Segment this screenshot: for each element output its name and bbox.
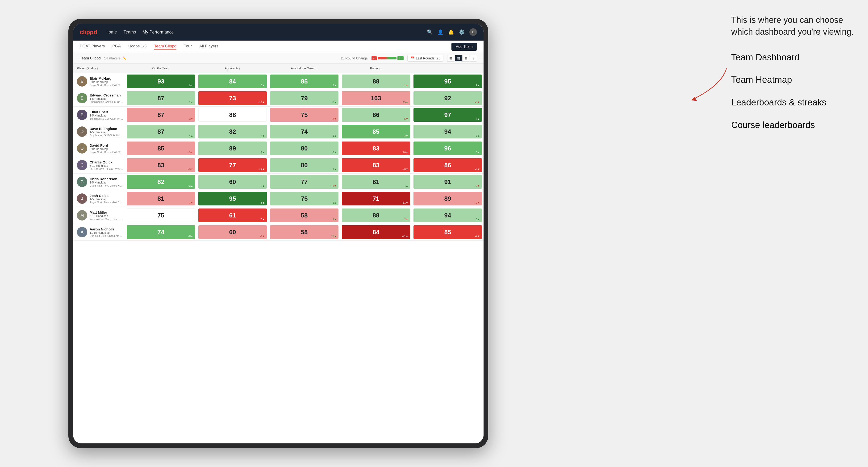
score-value: 89 — [229, 145, 236, 152]
table-row[interactable]: CChris Robertson1-5 HandicapCraigmillar … — [73, 174, 484, 190]
score-box: 61-3▼ — [198, 209, 267, 222]
view-more-btn[interactable]: ↕ — [470, 55, 477, 62]
score-cell: 75 — [125, 207, 197, 224]
avatar[interactable]: U — [469, 28, 477, 36]
nav-link-home[interactable]: Home — [106, 30, 117, 35]
nav-link-performance[interactable]: My Performance — [143, 30, 174, 35]
score-cell: 871▲ — [125, 90, 197, 106]
score-change: -1▼ — [260, 235, 265, 238]
score-cell: 71-11▼ — [340, 190, 412, 207]
view-list-btn[interactable]: ▦ — [455, 55, 462, 62]
score-change: -11▼ — [258, 101, 265, 103]
subnav-team-clippd[interactable]: Team Clippd — [154, 44, 177, 50]
player-handicap: Plus Handicap — [90, 81, 123, 84]
subnav-pgat[interactable]: PGAT Players — [80, 44, 105, 50]
table-header: Player Quality ↓ Off the Tee ↓ Approach … — [73, 64, 484, 73]
subnav-all-players[interactable]: All Players — [199, 44, 218, 50]
score-cell: 958▲ — [197, 190, 269, 207]
score-box: 943▲ — [413, 209, 482, 222]
round-change-bar — [378, 57, 397, 59]
table-row[interactable]: EElliot Ebert1-5 HandicapSunningdale Gol… — [73, 106, 484, 123]
subnav-hcaps[interactable]: Hcaps 1-5 — [128, 44, 147, 50]
last-rounds-button[interactable]: 📅 Last Rounds: 20 — [407, 55, 443, 62]
annotation-tooltip: This is where you can choose which dashb… — [731, 14, 854, 38]
score-cell: 846▲ — [197, 73, 269, 90]
option-team-dashboard[interactable]: Team Dashboard — [731, 52, 854, 63]
score-box: 73-11▼ — [198, 91, 267, 105]
score-change: -3▼ — [188, 118, 193, 120]
score-box: 799▲ — [270, 91, 338, 105]
score-cell: 89-2▼ — [412, 190, 484, 207]
score-cell: 5810▲ — [269, 224, 340, 240]
col-putting[interactable]: Putting ↓ — [340, 66, 412, 71]
player-avatar: C — [77, 160, 87, 170]
score-cell: 77-3▼ — [269, 174, 340, 190]
player-club: St. George's Hill GC - Weybridge - Surre… — [90, 167, 123, 170]
score-box: 83-6▼ — [342, 158, 410, 172]
col-approach[interactable]: Approach ↓ — [197, 66, 269, 71]
table-row[interactable]: MMatt Miller6-10 HandicapWoburn Golf Clu… — [73, 207, 484, 224]
score-box: 975▲ — [413, 108, 482, 122]
option-leaderboards[interactable]: Leaderboards & streaks — [731, 97, 854, 108]
score-cell: 92-3▼ — [412, 90, 484, 106]
score-change: 7▲ — [261, 151, 265, 154]
player-club: Craigmillar Park, United Kingdom — [90, 184, 123, 187]
table-row[interactable]: DDavid FordPlus HandicapRoyal North Devo… — [73, 140, 484, 157]
score-change: 9▲ — [189, 84, 193, 87]
score-value: 88 — [229, 111, 236, 119]
subnav-tour[interactable]: Tour — [184, 44, 192, 50]
search-icon[interactable]: 🔍 — [427, 29, 433, 35]
score-box: 88 — [198, 108, 267, 122]
view-heat-btn[interactable]: ⊟ — [462, 55, 469, 62]
table-row[interactable]: DDave Billingham1-5 HandicapGog Magog Go… — [73, 123, 484, 140]
add-team-button[interactable]: Add Team — [452, 43, 477, 51]
score-value: 75 — [158, 212, 164, 219]
score-value: 83 — [373, 145, 379, 152]
table-row[interactable]: AAaron Nicholls11-15 HandicapDrift Golf … — [73, 224, 484, 241]
col-around-green[interactable]: Around the Green ↓ — [269, 66, 340, 71]
score-change: -3▼ — [188, 201, 193, 204]
option-team-heatmap[interactable]: Team Heatmap — [731, 74, 854, 85]
score-change: -3▼ — [403, 134, 408, 137]
score-cell: 86-8▼ — [412, 157, 484, 173]
bell-icon[interactable]: 🔔 — [448, 29, 454, 35]
player-cell: JJosh Coles1-5 HandicapRoyal North Devon… — [73, 191, 125, 206]
score-cell: 975▲ — [412, 106, 484, 123]
player-name: Chris Robertson — [90, 177, 123, 181]
score-cell: 941▲ — [412, 123, 484, 140]
score-cell: 85-3▼ — [340, 123, 412, 140]
score-change: 3▲ — [333, 151, 337, 154]
score-change: 9▲ — [333, 101, 337, 103]
score-value: 73 — [229, 95, 236, 102]
nav-link-teams[interactable]: Teams — [124, 30, 136, 35]
score-value: 96 — [444, 145, 451, 152]
player-handicap: Plus Handicap — [90, 148, 123, 151]
table-row[interactable]: BBlair McHargPlus HandicapRoyal North De… — [73, 73, 484, 90]
score-change: -3▼ — [332, 118, 337, 120]
score-change: -21▲ — [402, 235, 408, 238]
score-box: 77-14▼ — [198, 158, 267, 172]
view-grid-btn[interactable]: ⊞ — [447, 55, 454, 62]
user-icon[interactable]: 👤 — [437, 29, 443, 35]
col-off-tee[interactable]: Off the Tee ↓ — [125, 66, 197, 71]
table-row[interactable]: CCharlie Quick6-10 HandicapSt. George's … — [73, 157, 484, 174]
last-rounds-label: Last Rounds: — [416, 56, 435, 60]
table-row[interactable]: EEdward Crossman1-5 HandicapSunningdale … — [73, 90, 484, 106]
score-box: 92-3▼ — [413, 91, 482, 105]
col-player-quality[interactable]: Player Quality ↓ — [73, 66, 125, 71]
player-name: Edward Crossman — [90, 93, 123, 97]
table-row[interactable]: JJosh Coles1-5 HandicapRoyal North Devon… — [73, 190, 484, 207]
subnav-pga[interactable]: PGA — [112, 44, 121, 50]
player-club: Sunningdale Golf Club, United Kingdom — [90, 117, 123, 120]
edit-icon[interactable]: ✏️ — [122, 56, 126, 60]
settings-icon[interactable]: ⚙️ — [459, 29, 465, 35]
score-cell: 85-4▼ — [412, 224, 484, 240]
option-course-leaderboards[interactable]: Course leaderboards — [731, 120, 854, 131]
score-value: 75 — [301, 195, 308, 203]
score-value: 97 — [444, 111, 451, 119]
score-value: 82 — [158, 178, 164, 186]
score-box: 939▲ — [127, 74, 195, 88]
ipad-screen: clippd Home Teams My Performance 🔍 👤 🔔 ⚙… — [73, 24, 484, 443]
score-cell: 88 — [197, 106, 269, 123]
score-box: 71-11▼ — [342, 192, 410, 206]
